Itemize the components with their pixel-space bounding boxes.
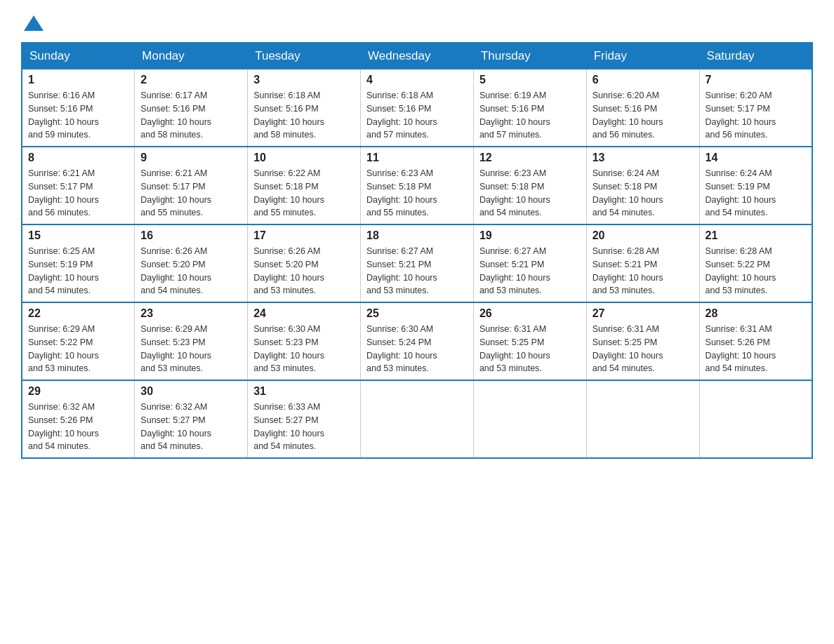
day-info: Sunrise: 6:29 AM Sunset: 5:23 PM Dayligh… xyxy=(140,323,241,375)
calendar-cell: 5 Sunrise: 6:19 AM Sunset: 5:16 PM Dayli… xyxy=(473,69,586,147)
day-info: Sunrise: 6:32 AM Sunset: 5:27 PM Dayligh… xyxy=(140,401,241,453)
day-info: Sunrise: 6:28 AM Sunset: 5:21 PM Dayligh… xyxy=(593,245,694,297)
day-info: Sunrise: 6:31 AM Sunset: 5:26 PM Dayligh… xyxy=(706,323,806,375)
calendar-cell: 1 Sunrise: 6:16 AM Sunset: 5:16 PM Dayli… xyxy=(22,69,135,147)
header-monday: Monday xyxy=(135,43,248,69)
header-tuesday: Tuesday xyxy=(248,43,361,69)
day-info: Sunrise: 6:17 AM Sunset: 5:16 PM Dayligh… xyxy=(140,89,241,142)
calendar-week-5: 29 Sunrise: 6:32 AM Sunset: 5:26 PM Dayl… xyxy=(22,380,812,458)
day-info: Sunrise: 6:23 AM Sunset: 5:18 PM Dayligh… xyxy=(366,167,468,220)
day-number: 6 xyxy=(593,74,694,86)
day-info: Sunrise: 6:32 AM Sunset: 5:26 PM Dayligh… xyxy=(28,401,128,453)
day-info: Sunrise: 6:30 AM Sunset: 5:24 PM Dayligh… xyxy=(366,323,468,375)
logo-triangle-icon xyxy=(24,15,44,31)
day-number: 16 xyxy=(140,229,241,242)
calendar-week-4: 22 Sunrise: 6:29 AM Sunset: 5:22 PM Dayl… xyxy=(22,302,812,380)
calendar-cell: 27 Sunrise: 6:31 AM Sunset: 5:25 PM Dayl… xyxy=(586,302,699,380)
calendar-cell: 14 Sunrise: 6:24 AM Sunset: 5:19 PM Dayl… xyxy=(699,147,812,224)
calendar-cell: 21 Sunrise: 6:28 AM Sunset: 5:22 PM Dayl… xyxy=(699,224,812,302)
day-info: Sunrise: 6:24 AM Sunset: 5:19 PM Dayligh… xyxy=(706,167,806,220)
day-info: Sunrise: 6:20 AM Sunset: 5:17 PM Dayligh… xyxy=(706,89,806,142)
calendar-week-3: 15 Sunrise: 6:25 AM Sunset: 5:19 PM Dayl… xyxy=(22,224,812,302)
calendar-cell: 30 Sunrise: 6:32 AM Sunset: 5:27 PM Dayl… xyxy=(135,380,248,458)
calendar-cell: 16 Sunrise: 6:26 AM Sunset: 5:20 PM Dayl… xyxy=(135,224,248,302)
day-number: 29 xyxy=(28,385,128,398)
day-number: 31 xyxy=(253,385,355,398)
calendar-cell: 23 Sunrise: 6:29 AM Sunset: 5:23 PM Dayl… xyxy=(135,302,248,380)
calendar-cell xyxy=(699,380,812,458)
day-number: 5 xyxy=(479,74,581,86)
header-thursday: Thursday xyxy=(473,43,586,69)
day-number: 3 xyxy=(253,74,355,86)
calendar-cell: 18 Sunrise: 6:27 AM Sunset: 5:21 PM Dayl… xyxy=(361,224,474,302)
day-number: 19 xyxy=(479,229,581,242)
day-info: Sunrise: 6:21 AM Sunset: 5:17 PM Dayligh… xyxy=(28,167,128,220)
calendar-week-2: 8 Sunrise: 6:21 AM Sunset: 5:17 PM Dayli… xyxy=(22,147,812,224)
day-info: Sunrise: 6:19 AM Sunset: 5:16 PM Dayligh… xyxy=(479,89,581,142)
day-number: 27 xyxy=(593,307,694,320)
calendar-cell xyxy=(586,380,699,458)
calendar-cell: 28 Sunrise: 6:31 AM Sunset: 5:26 PM Dayl… xyxy=(699,302,812,380)
day-info: Sunrise: 6:26 AM Sunset: 5:20 PM Dayligh… xyxy=(253,245,355,297)
day-number: 28 xyxy=(706,307,806,320)
calendar-cell: 2 Sunrise: 6:17 AM Sunset: 5:16 PM Dayli… xyxy=(135,69,248,147)
page-header xyxy=(21,14,813,29)
calendar-cell: 22 Sunrise: 6:29 AM Sunset: 5:22 PM Dayl… xyxy=(22,302,135,380)
day-info: Sunrise: 6:20 AM Sunset: 5:16 PM Dayligh… xyxy=(593,89,694,142)
day-number: 25 xyxy=(366,307,468,320)
calendar-cell: 4 Sunrise: 6:18 AM Sunset: 5:16 PM Dayli… xyxy=(361,69,474,147)
day-number: 9 xyxy=(140,152,241,164)
day-number: 4 xyxy=(366,74,468,86)
calendar-cell: 25 Sunrise: 6:30 AM Sunset: 5:24 PM Dayl… xyxy=(361,302,474,380)
header-friday: Friday xyxy=(586,43,699,69)
calendar-cell: 10 Sunrise: 6:22 AM Sunset: 5:18 PM Dayl… xyxy=(248,147,361,224)
day-info: Sunrise: 6:16 AM Sunset: 5:16 PM Dayligh… xyxy=(28,89,128,142)
header-sunday: Sunday xyxy=(22,43,135,69)
calendar-cell: 7 Sunrise: 6:20 AM Sunset: 5:17 PM Dayli… xyxy=(699,69,812,147)
day-info: Sunrise: 6:24 AM Sunset: 5:18 PM Dayligh… xyxy=(593,167,694,220)
calendar-cell: 24 Sunrise: 6:30 AM Sunset: 5:23 PM Dayl… xyxy=(248,302,361,380)
day-info: Sunrise: 6:27 AM Sunset: 5:21 PM Dayligh… xyxy=(366,245,468,297)
calendar-cell: 6 Sunrise: 6:20 AM Sunset: 5:16 PM Dayli… xyxy=(586,69,699,147)
calendar-cell: 3 Sunrise: 6:18 AM Sunset: 5:16 PM Dayli… xyxy=(248,69,361,147)
day-number: 21 xyxy=(706,229,806,242)
day-number: 10 xyxy=(253,152,355,164)
day-number: 18 xyxy=(366,229,468,242)
day-number: 1 xyxy=(28,74,128,86)
day-number: 11 xyxy=(366,152,468,164)
header-saturday: Saturday xyxy=(699,43,812,69)
day-number: 2 xyxy=(140,74,241,86)
calendar-cell: 15 Sunrise: 6:25 AM Sunset: 5:19 PM Dayl… xyxy=(22,224,135,302)
day-number: 30 xyxy=(140,385,241,398)
header-wednesday: Wednesday xyxy=(361,43,474,69)
calendar-cell xyxy=(361,380,474,458)
day-info: Sunrise: 6:31 AM Sunset: 5:25 PM Dayligh… xyxy=(593,323,694,375)
day-info: Sunrise: 6:27 AM Sunset: 5:21 PM Dayligh… xyxy=(479,245,581,297)
calendar-cell: 11 Sunrise: 6:23 AM Sunset: 5:18 PM Dayl… xyxy=(361,147,474,224)
calendar-cell: 17 Sunrise: 6:26 AM Sunset: 5:20 PM Dayl… xyxy=(248,224,361,302)
day-number: 13 xyxy=(593,152,694,164)
day-info: Sunrise: 6:29 AM Sunset: 5:22 PM Dayligh… xyxy=(28,323,128,375)
calendar-cell: 13 Sunrise: 6:24 AM Sunset: 5:18 PM Dayl… xyxy=(586,147,699,224)
day-info: Sunrise: 6:18 AM Sunset: 5:16 PM Dayligh… xyxy=(253,89,355,142)
calendar-cell: 26 Sunrise: 6:31 AM Sunset: 5:25 PM Dayl… xyxy=(473,302,586,380)
day-info: Sunrise: 6:22 AM Sunset: 5:18 PM Dayligh… xyxy=(253,167,355,220)
day-number: 26 xyxy=(479,307,581,320)
calendar-cell: 29 Sunrise: 6:32 AM Sunset: 5:26 PM Dayl… xyxy=(22,380,135,458)
day-info: Sunrise: 6:28 AM Sunset: 5:22 PM Dayligh… xyxy=(706,245,806,297)
logo xyxy=(21,14,44,29)
day-number: 22 xyxy=(28,307,128,320)
day-number: 14 xyxy=(706,152,806,164)
day-info: Sunrise: 6:23 AM Sunset: 5:18 PM Dayligh… xyxy=(479,167,581,220)
calendar-week-1: 1 Sunrise: 6:16 AM Sunset: 5:16 PM Dayli… xyxy=(22,69,812,147)
calendar-cell xyxy=(473,380,586,458)
day-info: Sunrise: 6:18 AM Sunset: 5:16 PM Dayligh… xyxy=(366,89,468,142)
day-number: 8 xyxy=(28,152,128,164)
day-number: 17 xyxy=(253,229,355,242)
calendar-cell: 19 Sunrise: 6:27 AM Sunset: 5:21 PM Dayl… xyxy=(473,224,586,302)
day-number: 23 xyxy=(140,307,241,320)
day-info: Sunrise: 6:33 AM Sunset: 5:27 PM Dayligh… xyxy=(253,401,355,453)
day-info: Sunrise: 6:31 AM Sunset: 5:25 PM Dayligh… xyxy=(479,323,581,375)
calendar-cell: 12 Sunrise: 6:23 AM Sunset: 5:18 PM Dayl… xyxy=(473,147,586,224)
day-info: Sunrise: 6:30 AM Sunset: 5:23 PM Dayligh… xyxy=(253,323,355,375)
